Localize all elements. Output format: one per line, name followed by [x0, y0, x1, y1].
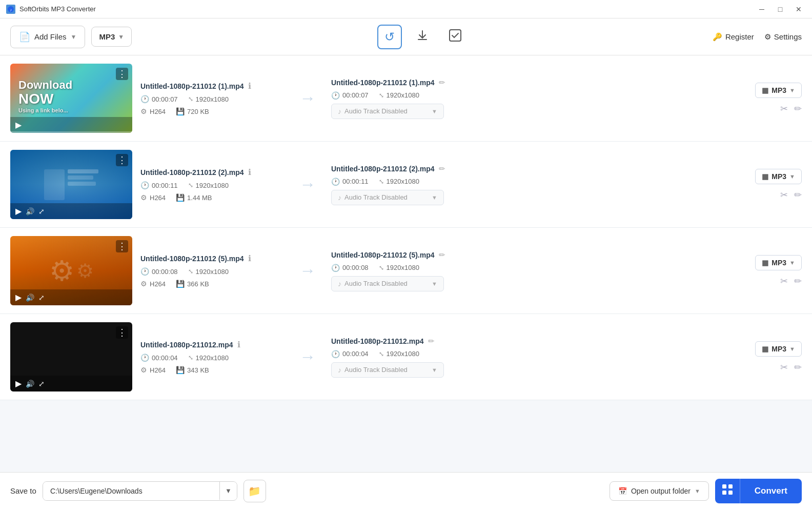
arrow-4: → — [292, 347, 323, 366]
volume-icon-3[interactable]: 🔊 — [26, 293, 34, 302]
refresh-button[interactable]: ↺ — [377, 25, 402, 49]
edit-icon-1[interactable]: ✏ — [439, 78, 445, 87]
volume-icon-4[interactable]: 🔊 — [26, 380, 34, 388]
resolution-4: 1920x1080 — [196, 354, 229, 362]
codec-2: H264 — [150, 194, 166, 202]
open-output-label: Open output folder — [631, 487, 691, 495]
audio-track-select-4[interactable]: ♪ Audio Track Disabled ▼ — [331, 362, 444, 378]
clock-icon-4a: 🕐 — [140, 354, 149, 362]
format-grid-icon-4: ▦ — [762, 345, 768, 353]
output-filename-4: Untitled-1080p-211012.mp4 — [331, 337, 424, 345]
arrow-2: → — [292, 175, 323, 194]
maximize-button[interactable]: □ — [773, 2, 787, 16]
edit-action-icon-1[interactable]: ✏ — [794, 103, 802, 114]
settings-button[interactable]: ⚙ Settings — [764, 32, 802, 42]
arrow-3: → — [292, 261, 323, 280]
play-icon-1[interactable]: ▶ — [15, 120, 22, 130]
convert-section: Convert — [715, 479, 802, 503]
file-info-right-4: Untitled-1080p-211012.mp4 ✏ 🕐 00:00:04 ⤡… — [331, 337, 712, 378]
arrow-right-icon-4: → — [299, 347, 316, 366]
out-resolution-1: 1920x1080 — [387, 91, 419, 99]
fullscreen-icon-3[interactable]: ⤢ — [38, 293, 45, 302]
edit-action-icon-2[interactable]: ✏ — [794, 189, 802, 201]
input-filename-2: Untitled-1080p-211012 (2).mp4 — [140, 168, 244, 177]
crop-icon-3[interactable]: ✂ — [780, 276, 788, 287]
save-path-input[interactable] — [43, 482, 219, 500]
svg-rect-2 — [450, 30, 461, 41]
more-options-button-2[interactable]: ⋮ — [116, 154, 128, 166]
open-output-folder-button[interactable]: 📅 Open output folder ▼ — [610, 481, 709, 501]
codec-icon-2: ⚙ — [140, 193, 147, 202]
arrow-right-icon-2: → — [299, 175, 316, 194]
codec-1: H264 — [150, 108, 166, 115]
size-2: 1.44 MB — [187, 194, 212, 202]
add-files-button[interactable]: 📄 Add Files ▼ — [10, 26, 85, 48]
crop-icon-2[interactable]: ✂ — [780, 189, 788, 201]
input-filename-4: Untitled-1080p-211012.mp4 — [140, 341, 233, 349]
audio-track-select-3[interactable]: ♪ Audio Track Disabled ▼ — [331, 276, 444, 291]
duration-3: 00:00:08 — [152, 268, 178, 276]
resize-icon-1a: ⤡ — [188, 95, 193, 103]
browse-folder-button[interactable]: 📁 — [243, 480, 266, 502]
format-badge-1[interactable]: ▦ MP3 ▼ — [755, 83, 802, 98]
minimize-button[interactable]: ─ — [755, 2, 769, 16]
audio-track-select-2[interactable]: ♪ Audio Track Disabled ▼ — [331, 190, 444, 205]
thumb-controls-2: ▶ 🔊 ⤢ — [10, 203, 132, 219]
out-clock-icon-3: 🕐 — [331, 264, 340, 272]
music-icon-3: ♪ — [338, 280, 341, 288]
edit-action-icon-4[interactable]: ✏ — [794, 362, 802, 373]
file-plus-icon: 📄 — [19, 31, 30, 43]
play-icon-4[interactable]: ▶ — [15, 379, 22, 388]
edit-icon-2[interactable]: ✏ — [439, 164, 445, 173]
info-icon-1[interactable]: ℹ — [248, 81, 251, 91]
format-badge-4[interactable]: ▦ MP3 ▼ — [755, 341, 802, 357]
file-info-right-1: Untitled-1080p-211012 (1).mp4 ✏ 🕐 00:00:… — [331, 78, 712, 119]
format-chevron-icon: ▼ — [118, 33, 124, 41]
more-options-button-4[interactable]: ⋮ — [116, 326, 128, 339]
size-1: 720 KB — [187, 108, 209, 115]
format-badge-3[interactable]: ▦ MP3 ▼ — [755, 255, 802, 270]
resolution-3: 1920x1080 — [196, 268, 229, 276]
add-files-chevron-icon: ▼ — [71, 33, 77, 41]
format-badge-2[interactable]: ▦ MP3 ▼ — [755, 169, 802, 184]
audio-track-select-1[interactable]: ♪ Audio Track Disabled ▼ — [331, 104, 444, 119]
crop-icon-1[interactable]: ✂ — [780, 103, 788, 114]
crop-icon-4[interactable]: ✂ — [780, 362, 788, 373]
fullscreen-icon-4[interactable]: ⤢ — [38, 380, 45, 388]
check-button[interactable] — [443, 25, 468, 49]
download-button[interactable] — [410, 25, 435, 49]
resolution-2: 1920x1080 — [196, 182, 229, 189]
info-icon-3[interactable]: ℹ — [248, 253, 251, 263]
app-title: SoftOrbits MP3 Converter — [19, 5, 755, 13]
thumb-controls-3: ▶ 🔊 ⤢ — [10, 289, 132, 305]
download-icon — [416, 29, 429, 45]
info-icon-4[interactable]: ℹ — [237, 340, 240, 349]
clock-icon-1a: 🕐 — [140, 95, 149, 103]
play-icon-3[interactable]: ▶ — [15, 292, 22, 302]
grid-view-button[interactable] — [715, 479, 740, 503]
info-icon-2[interactable]: ℹ — [248, 167, 251, 177]
out-clock-icon-2: 🕐 — [331, 178, 340, 186]
out-duration-1: 00:00:07 — [342, 91, 369, 99]
edit-action-icon-3[interactable]: ✏ — [794, 276, 802, 287]
grid-icon — [722, 484, 733, 498]
settings-label: Settings — [774, 32, 802, 41]
more-options-button-3[interactable]: ⋮ — [116, 240, 128, 252]
save-path-dropdown-button[interactable]: ▼ — [219, 482, 237, 500]
format-grid-icon-2: ▦ — [762, 172, 768, 181]
edit-icon-4[interactable]: ✏ — [428, 337, 435, 346]
play-icon-2[interactable]: ▶ — [15, 206, 22, 216]
convert-button[interactable]: Convert — [740, 479, 802, 503]
more-options-button-1[interactable]: ⋮ — [116, 68, 128, 80]
thumb-controls-1: ▶ — [10, 117, 132, 133]
register-button[interactable]: 🔑 Register — [713, 32, 754, 42]
fullscreen-icon-2[interactable]: ⤢ — [38, 207, 45, 216]
out-resize-icon-3: ⤡ — [379, 264, 384, 271]
output-filename-2: Untitled-1080p-211012 (2).mp4 — [331, 165, 435, 173]
close-button[interactable]: ✕ — [791, 2, 806, 16]
volume-icon-2[interactable]: 🔊 — [26, 207, 34, 216]
toolbar-right-actions: 🔑 Register ⚙ Settings — [713, 32, 802, 42]
format-selector[interactable]: MP3 ▼ — [91, 27, 132, 47]
toolbar-center-actions: ↺ — [138, 25, 706, 49]
edit-icon-3[interactable]: ✏ — [439, 250, 445, 260]
